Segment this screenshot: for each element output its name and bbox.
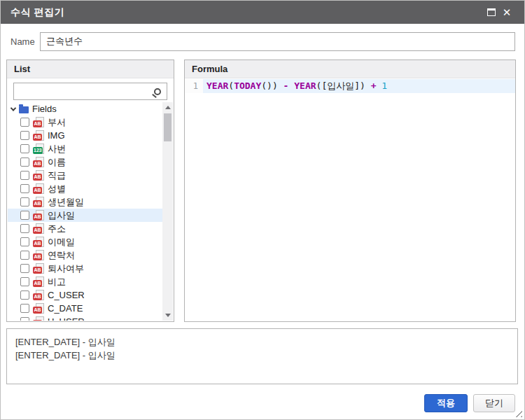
formula-token: - bbox=[278, 80, 294, 91]
field-item[interactable]: AB U_USER bbox=[8, 315, 162, 321]
field-item[interactable]: AB 직급 bbox=[8, 169, 162, 182]
field-item[interactable]: AB C_USER bbox=[8, 288, 162, 302]
field-checkbox[interactable] bbox=[20, 184, 29, 193]
name-row: Name bbox=[10, 31, 515, 51]
apply-button[interactable]: 적용 bbox=[424, 394, 468, 412]
field-checkbox[interactable] bbox=[20, 251, 29, 260]
field-label: 주소 bbox=[48, 223, 66, 235]
field-type-icon: AB bbox=[33, 290, 44, 300]
scroll-up-icon bbox=[165, 106, 171, 109]
field-item[interactable]: AB 퇴사여부 bbox=[8, 262, 162, 275]
field-type-icon: AB bbox=[33, 237, 44, 247]
folder-icon bbox=[19, 106, 29, 113]
formula-token: ([입사일]) bbox=[316, 80, 365, 91]
description-line: [ENTER_DATE] - 입사일 bbox=[15, 349, 509, 362]
field-type-icon: AB bbox=[33, 183, 44, 194]
field-checkbox[interactable] bbox=[20, 224, 29, 233]
list-panel-header: List bbox=[7, 60, 174, 78]
field-item[interactable]: AB 부서 bbox=[8, 115, 162, 129]
field-type-icon: AB bbox=[33, 250, 44, 260]
chevron-down-icon[interactable] bbox=[10, 105, 16, 111]
list-panel: List Fields AB 부서 AB IMG 123 사번 AB 이름 bbox=[6, 59, 174, 322]
tree-folder-label: Fields bbox=[32, 104, 57, 114]
scroll-down-button[interactable] bbox=[162, 310, 173, 321]
field-type-icon: AB bbox=[33, 316, 44, 321]
field-type-icon: AB bbox=[33, 170, 44, 181]
formula-editor-dialog: 수식 편집기 ✕ Name List Fields AB 부서 A bbox=[0, 0, 525, 420]
field-item[interactable]: AB C_DATE bbox=[8, 302, 162, 315]
field-type-icon: AB bbox=[33, 197, 44, 207]
search-icon[interactable] bbox=[154, 88, 161, 95]
field-label: 성별 bbox=[48, 183, 66, 195]
description-lines: [ENTER_DATE] - 입사일[ENTER_DATE] - 입사일 bbox=[15, 335, 509, 362]
close-button[interactable]: ✕ bbox=[499, 5, 514, 20]
field-item[interactable]: AB 성별 bbox=[8, 182, 162, 195]
formula-panel-title: Formula bbox=[192, 64, 227, 74]
field-item[interactable]: AB 연락처 bbox=[8, 248, 162, 262]
maximize-button[interactable] bbox=[484, 5, 499, 20]
field-item[interactable]: AB 생년월일 bbox=[8, 195, 162, 209]
field-label: 입사일 bbox=[48, 209, 75, 222]
field-label: C_DATE bbox=[48, 303, 83, 314]
field-label: 이름 bbox=[48, 156, 66, 169]
field-label: 이메일 bbox=[48, 236, 75, 248]
formula-editor[interactable]: 1 YEAR(TODAY()) - YEAR([입사일]) + 1 bbox=[185, 79, 515, 321]
field-list: AB 부서 AB IMG 123 사번 AB 이름 AB 직급 AB 성별 AB… bbox=[8, 115, 162, 321]
field-checkbox[interactable] bbox=[20, 237, 29, 246]
field-item[interactable]: AB 입사일 bbox=[8, 209, 162, 222]
field-checkbox[interactable] bbox=[20, 304, 29, 313]
field-type-icon: AB bbox=[33, 157, 44, 167]
formula-token: + bbox=[365, 80, 382, 91]
tree-folder-fields[interactable]: Fields bbox=[8, 102, 162, 115]
field-checkbox[interactable] bbox=[20, 211, 29, 220]
field-checkbox[interactable] bbox=[20, 290, 29, 300]
field-checkbox[interactable] bbox=[20, 197, 29, 206]
formula-token: YEAR bbox=[294, 80, 316, 91]
description-line: [ENTER_DATE] - 입사일 bbox=[15, 335, 509, 349]
scroll-up-button[interactable] bbox=[162, 102, 173, 113]
formula-token: ( bbox=[228, 80, 234, 91]
field-checkbox[interactable] bbox=[20, 264, 29, 273]
field-checkbox[interactable] bbox=[20, 277, 29, 286]
field-checkbox[interactable] bbox=[20, 144, 29, 153]
formula-token: TODAY bbox=[234, 80, 261, 91]
field-type-icon: 123 bbox=[33, 144, 44, 154]
field-checkbox[interactable] bbox=[20, 171, 29, 180]
field-checkbox[interactable] bbox=[20, 118, 29, 127]
resize-grip-icon[interactable] bbox=[514, 410, 522, 417]
field-item[interactable]: AB 이름 bbox=[8, 155, 162, 169]
close-dialog-button[interactable]: 닫기 bbox=[473, 394, 515, 412]
description-panel: [ENTER_DATE] - 입사일[ENTER_DATE] - 입사일 bbox=[6, 328, 518, 384]
field-checkbox[interactable] bbox=[20, 158, 29, 167]
close-icon: ✕ bbox=[503, 7, 512, 18]
field-type-icon: AB bbox=[33, 117, 44, 127]
field-type-icon: AB bbox=[33, 303, 44, 314]
search-input[interactable] bbox=[13, 83, 167, 100]
field-checkbox[interactable] bbox=[20, 317, 29, 321]
formula-token: 1 bbox=[382, 80, 387, 91]
name-input[interactable] bbox=[40, 32, 515, 51]
formula-active-line[interactable]: 1 YEAR(TODAY()) - YEAR([입사일]) + 1 bbox=[185, 79, 515, 93]
field-item[interactable]: AB 주소 bbox=[8, 222, 162, 235]
list-scrollbar[interactable] bbox=[162, 102, 173, 321]
field-label: 사번 bbox=[48, 143, 66, 155]
field-type-icon: AB bbox=[33, 276, 44, 287]
formula-token: YEAR bbox=[206, 80, 228, 91]
field-item[interactable]: AB 비고 bbox=[8, 275, 162, 288]
field-label: 부서 bbox=[48, 116, 66, 129]
field-item[interactable]: AB 이메일 bbox=[8, 235, 162, 248]
field-item[interactable]: 123 사번 bbox=[8, 142, 162, 155]
field-label: 생년월일 bbox=[48, 196, 84, 209]
field-item[interactable]: AB IMG bbox=[8, 129, 162, 142]
line-number: 1 bbox=[185, 79, 203, 93]
formula-token: ()) bbox=[261, 80, 277, 91]
footer: 적용 닫기 bbox=[1, 394, 515, 412]
field-type-icon: AB bbox=[33, 130, 44, 141]
field-checkbox[interactable] bbox=[20, 131, 29, 140]
titlebar[interactable]: 수식 편집기 ✕ bbox=[1, 1, 524, 24]
scrollbar-thumb[interactable] bbox=[164, 113, 172, 141]
list-panel-title: List bbox=[14, 64, 30, 74]
search-row bbox=[7, 79, 174, 102]
scroll-down-icon bbox=[165, 314, 171, 317]
formula-code[interactable]: YEAR(TODAY()) - YEAR([입사일]) + 1 bbox=[203, 79, 515, 93]
